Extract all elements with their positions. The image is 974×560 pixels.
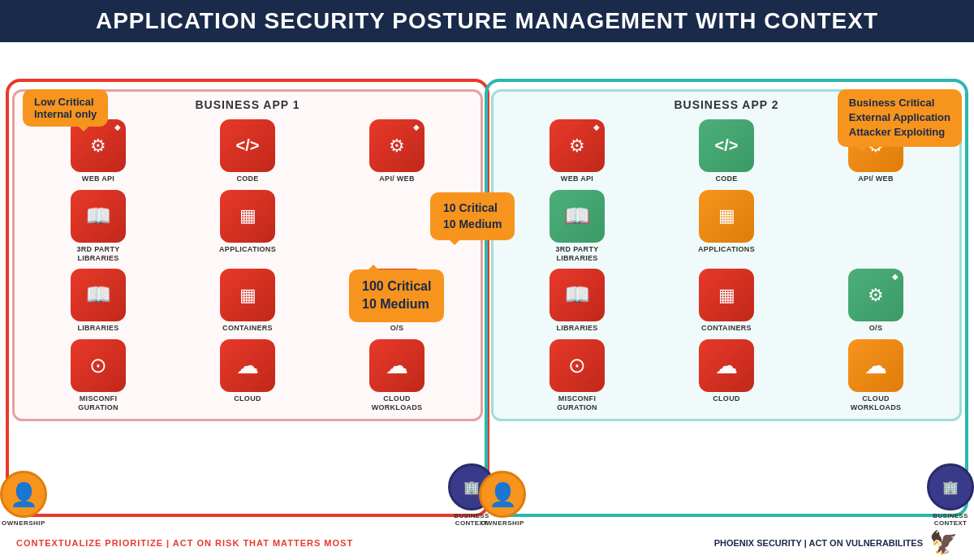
app1-ownership-area: 👤 OWNERSHIP — [0, 471, 47, 527]
footer-left: CONTEXTUALIZE PRIORITIZE | ACT ON RISK T… — [16, 538, 353, 548]
app2-cloud-icon: ☁ — [699, 339, 754, 392]
app1-misconfig-icon: ⊙ — [71, 339, 126, 392]
app2-ownership-area: 👤 OWNERSHIP — [479, 471, 526, 527]
app2-libraries-icon: 📖 — [549, 269, 605, 321]
app2-web-api-icon: ⚙◆ — [549, 119, 605, 172]
app2-cloud-workloads: ☁ CLOUDWORKLOADS — [804, 339, 947, 412]
app1-cloud-workloads: ☁ CLOUDWORKLOADS — [325, 339, 468, 412]
app2-3rd-party: 📖 3RD PARTYLIBRARIES — [506, 190, 649, 263]
app2-containers-icon: ▦ — [699, 269, 754, 321]
app2-ownership-label: OWNERSHIP — [481, 519, 524, 527]
app1-ownership-label: OWNERSHIP — [2, 519, 45, 527]
app2-code: </> CODE — [655, 119, 798, 183]
app2-business-label: BUSINESSCONTEXT — [933, 512, 968, 527]
app2-3rd-party-icon: 📖 — [549, 190, 605, 243]
app2-empty-1 — [804, 190, 947, 263]
app2-code-icon: </> — [699, 119, 754, 172]
app2-cloud-workloads-icon: ☁ — [848, 339, 903, 392]
app2-applications: ▦ APPLICATIONS — [655, 190, 798, 263]
app2-os: ⚙◆ O/S — [804, 269, 947, 333]
hundred-critical-bubble: 100 Critical10 Medium — [349, 269, 444, 322]
app1-libraries-icon: 📖 — [71, 269, 126, 321]
phoenix-logo-icon: 🦅 — [929, 529, 958, 556]
app1-ownership-circle: 👤 — [0, 471, 47, 518]
app2-business-context-area: 🏢 BUSINESSCONTEXT — [927, 463, 974, 527]
ten-critical-bubble: 10 Critical10 Medium — [430, 192, 515, 240]
app2-cloud: ☁ CLOUD — [655, 339, 798, 412]
app2-misconfiguration: ⊙ MISCONFIGURATION — [506, 339, 649, 412]
footer-right-text: PHOENIX SECURITY | ACT ON VULNERABILITES — [714, 538, 923, 548]
low-critical-bubble: Low CriticalInternal only — [23, 89, 108, 127]
footer-right: PHOENIX SECURITY | ACT ON VULNERABILITES… — [714, 529, 958, 556]
app1-code-icon: </> — [220, 119, 275, 172]
app1-applications-icon: ▦ — [220, 190, 275, 243]
app2-libraries: 📖 LIBRARIES — [506, 269, 649, 333]
app1-api-web-icon: ⚙◆ — [369, 119, 425, 172]
app2-misconfig-icon: ⊙ — [549, 339, 605, 392]
app1-applications: ▦ APPLICATIONS — [176, 190, 319, 263]
app1-code: </> CODE — [176, 119, 319, 183]
app2-web-api: ⚙◆ WEB API — [506, 119, 649, 183]
footer: CONTEXTUALIZE PRIORITIZE | ACT ON RISK T… — [0, 525, 974, 560]
app1-3rd-party-icon: 📖 — [71, 190, 126, 243]
app1-containers: ▦ CONTAINERS — [176, 269, 319, 333]
app2-containers: ▦ CONTAINERS — [655, 269, 798, 333]
app2-applications-icon: ▦ — [699, 190, 754, 243]
app1-web-api: ⚙◆ WEB API — [27, 119, 170, 183]
app1-cloud-icon: ☁ — [220, 339, 275, 392]
business-critical-bubble: Business CriticalExternal ApplicationAtt… — [838, 89, 962, 147]
app1-3rd-party: 📖 3RD PARTYLIBRARIES — [27, 190, 170, 263]
app2-os-icon: ⚙◆ — [848, 269, 903, 321]
app1-libraries: 📖 LIBRARIES — [27, 269, 170, 333]
main-title: APPLICATION SECURITY POSTURE MANAGEMENT … — [0, 0, 974, 42]
app1-api-web: ⚙◆ API/ WEB — [325, 119, 468, 183]
app1-misconfiguration: ⊙ MISCONFIGURATION — [27, 339, 170, 412]
app1-cloud-workloads-icon: ☁ — [369, 339, 425, 392]
app1-containers-icon: ▦ — [220, 269, 275, 321]
app1-cloud: ☁ CLOUD — [176, 339, 319, 412]
app2-ownership-circle: 👤 — [479, 471, 526, 518]
app2-business-circle: 🏢 — [927, 463, 974, 510]
